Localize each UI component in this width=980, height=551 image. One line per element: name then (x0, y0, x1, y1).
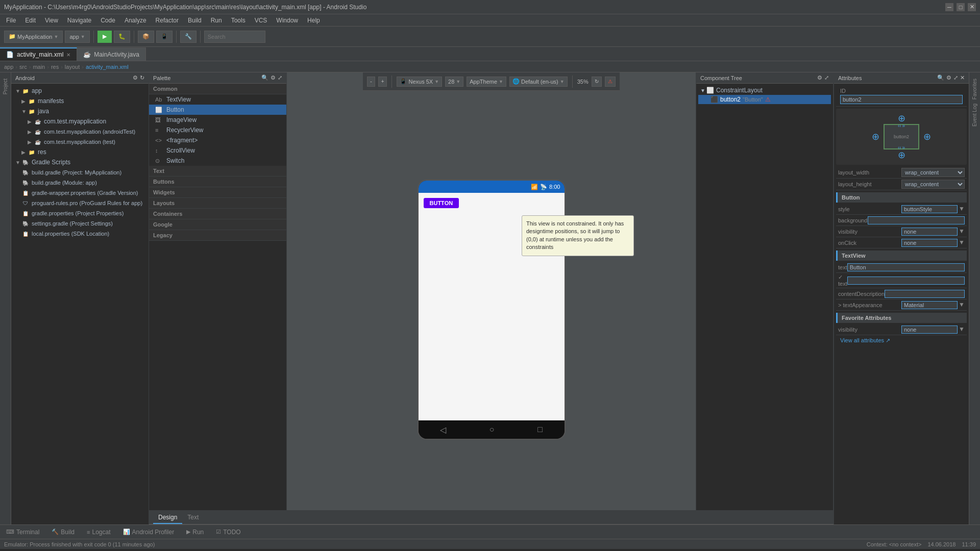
palette-item-switch[interactable]: ⊙ Switch (149, 156, 286, 166)
palette-item-button[interactable]: ⬜ Button (149, 105, 286, 115)
comp-tree-settings-icon[interactable]: ⚙ (817, 74, 822, 81)
tab-text[interactable]: Text (182, 512, 204, 524)
visibility-dropdown-icon[interactable]: ▼ (959, 228, 965, 236)
onclick-dropdown-icon[interactable]: ▼ (959, 239, 965, 247)
comp-tree-expand-icon[interactable]: ⤢ (824, 74, 829, 81)
tree-item-res[interactable]: ▶ 📁 res (11, 147, 149, 157)
bottom-tab-terminal[interactable]: ⌨ Terminal (0, 527, 45, 538)
zoom-out-button[interactable]: - (367, 77, 375, 87)
menu-analyze[interactable]: Analyze (120, 16, 151, 25)
tab-activity-main-xml[interactable]: 📄 activity_main.xml ✕ (0, 47, 77, 61)
palette-category-text[interactable]: Text (149, 166, 286, 177)
constraint-plus-bottom[interactable]: ⊕ (898, 149, 905, 161)
tree-item-manifests[interactable]: ▶ 📁 manifests (11, 96, 149, 106)
view-all-attributes-link[interactable]: View all attributes ↗ (836, 335, 967, 346)
constraint-plus-left[interactable]: ⊕ (872, 131, 879, 142)
toolbar-search-input[interactable] (204, 31, 265, 43)
visibility-input[interactable] (901, 228, 958, 236)
fav-visibility-input[interactable] (901, 325, 958, 334)
toolbar-app-dropdown[interactable]: app ▼ (65, 31, 89, 43)
tree-item-java[interactable]: ▼ 📁 java (11, 106, 149, 116)
id-input[interactable] (840, 95, 963, 104)
error-button[interactable]: ⚠ (605, 77, 616, 87)
text-appearance-dropdown-icon[interactable]: ▼ (959, 301, 965, 309)
constraint-plus-right[interactable]: ⊕ (923, 131, 931, 142)
attr-expand-icon[interactable]: ⤢ (953, 74, 958, 81)
close-button[interactable]: ✕ (968, 3, 976, 11)
palette-settings-icon[interactable]: ⚙ (271, 74, 276, 81)
menu-window[interactable]: Window (272, 16, 302, 25)
background-input[interactable] (868, 216, 965, 224)
api-dropdown[interactable]: 28 ▼ (445, 77, 463, 87)
tree-item-gradle-wrapper[interactable]: 📋 gradle-wrapper.properties (Gradle Vers… (11, 188, 149, 198)
sdk-manager-button[interactable]: 📦 (138, 31, 154, 43)
theme-dropdown[interactable]: AppTheme ▼ (467, 77, 506, 87)
bottom-tab-logcat[interactable]: ≡ Logcat (81, 527, 116, 538)
avd-manager-button[interactable]: 📱 (156, 31, 173, 43)
tree-item-settings-gradle[interactable]: 🐘 settings.gradle (Project Settings) (11, 218, 149, 229)
zoom-in-button[interactable]: + (378, 77, 387, 87)
toolbar-project-dropdown[interactable]: 📁 MyApplication ▼ (4, 31, 63, 43)
menu-vcs[interactable]: VCS (251, 16, 272, 25)
locale-dropdown[interactable]: 🌐 Default (en-us) ▼ (509, 77, 568, 87)
refresh-button[interactable]: ↻ (592, 77, 602, 87)
menu-help[interactable]: Help (303, 16, 324, 25)
palette-item-textview[interactable]: Ab TextView (149, 94, 286, 105)
minimize-button[interactable]: ─ (945, 3, 953, 11)
tab-design[interactable]: Design (153, 512, 182, 524)
style-dropdown-icon[interactable]: ▼ (959, 205, 965, 213)
tree-item-local-properties[interactable]: 📋 local.properties (SDK Location) (11, 229, 149, 239)
attr-close-icon[interactable]: ✕ (960, 74, 965, 81)
text-appearance-input[interactable] (901, 301, 958, 309)
sync-icon[interactable]: ↻ (140, 74, 144, 81)
palette-item-fragment[interactable]: <> <fragment> (149, 135, 286, 145)
attr-settings-icon[interactable]: ⚙ (946, 74, 951, 81)
palette-item-recyclerview[interactable]: ≡ RecyclerView (149, 125, 286, 135)
style-input[interactable] (901, 205, 958, 213)
menu-edit[interactable]: Edit (21, 16, 40, 25)
palette-category-buttons[interactable]: Buttons (149, 177, 286, 187)
tree-item-package3[interactable]: ▶ ☕ com.test.myapplication (test) (11, 137, 149, 147)
strip-event-log[interactable]: Event Log (972, 102, 977, 129)
comp-item-constraintlayout[interactable]: ▼ ⬜ ConstraintLayout (698, 86, 831, 95)
tab-mainactivity-java[interactable]: ☕ MainActivity.java (77, 47, 145, 61)
run-button[interactable]: ▶ (97, 31, 112, 43)
menu-run[interactable]: Run (207, 16, 226, 25)
menu-tools[interactable]: Tools (227, 16, 250, 25)
comp-item-button2[interactable]: ⬛ button2 "Button" ⚠ (698, 95, 831, 104)
palette-category-legacy[interactable]: Legacy (149, 230, 286, 241)
tree-item-proguard[interactable]: 🛡 proguard-rules.pro (ProGuard Rules for… (11, 198, 149, 208)
menu-file[interactable]: File (2, 16, 20, 25)
tree-item-app[interactable]: ▼ 📁 app (11, 86, 149, 96)
palette-item-scrollview[interactable]: ↕ ScrollView (149, 145, 286, 156)
palette-item-imageview[interactable]: 🖼 ImageView (149, 115, 286, 125)
palette-category-google[interactable]: Google (149, 219, 286, 230)
attr-search-icon[interactable]: 🔍 (937, 74, 944, 81)
palette-category-common[interactable]: Common (149, 84, 286, 94)
fav-visibility-dropdown-icon[interactable]: ▼ (959, 325, 965, 334)
menu-view[interactable]: View (41, 16, 62, 25)
tree-item-build-gradle-app[interactable]: 🐘 build.gradle (Module: app) (11, 178, 149, 188)
maximize-button[interactable]: □ (957, 3, 965, 11)
menu-build[interactable]: Build (184, 16, 206, 25)
structure-button[interactable]: 🔧 (180, 31, 197, 43)
bottom-tab-todo[interactable]: ☑ TODO (210, 527, 247, 538)
palette-category-layouts[interactable]: Layouts (149, 198, 286, 209)
menu-refactor[interactable]: Refactor (152, 16, 183, 25)
tree-item-gradle-properties[interactable]: 📋 gradle.properties (Project Properties) (11, 208, 149, 218)
bottom-tab-profiler[interactable]: 📊 Android Profiler (117, 527, 181, 538)
tree-item-gradle-scripts[interactable]: ▼ 🐘 Gradle Scripts (11, 157, 149, 167)
layout-height-select[interactable]: wrap_content match_parent match_constrai… (901, 180, 965, 189)
bottom-tab-build[interactable]: 🔨 Build (45, 527, 81, 538)
menu-navigate[interactable]: Navigate (63, 16, 95, 25)
settings-icon[interactable]: ⚙ (133, 74, 138, 81)
palette-expand-icon[interactable]: ⤢ (278, 74, 282, 81)
tree-item-package1[interactable]: ▶ ☕ com.test.myapplication (11, 116, 149, 127)
tab-close-icon[interactable]: ✕ (66, 52, 70, 58)
text-check-input[interactable] (847, 277, 965, 285)
menu-code[interactable]: Code (96, 16, 119, 25)
constraint-plus-top[interactable]: ⊕ (898, 113, 905, 124)
onclick-input[interactable] (901, 239, 958, 247)
palette-category-containers[interactable]: Containers (149, 209, 286, 219)
text-input[interactable] (847, 263, 965, 271)
